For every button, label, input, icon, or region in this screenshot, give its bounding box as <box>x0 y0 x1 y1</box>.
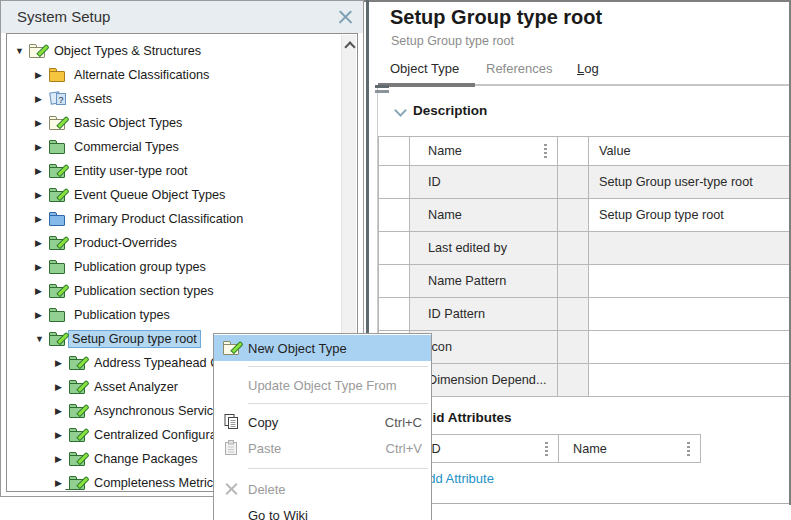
assets-icon <box>49 92 66 106</box>
delete-icon <box>225 483 238 496</box>
property-type-cell <box>558 232 589 265</box>
column-header-type[interactable] <box>558 137 589 166</box>
chevron-right-icon[interactable]: ▶ <box>34 118 49 128</box>
tree-item-label: Address Typeahead C <box>91 355 222 371</box>
tree-item[interactable]: ▶ Assets <box>8 87 341 111</box>
menu-item-paste[interactable]: Paste Ctrl+V <box>214 435 431 461</box>
property-value[interactable]: Setup Group type root <box>589 199 791 232</box>
folder-blue-icon <box>49 212 66 226</box>
menu-separator <box>248 366 428 367</box>
property-type-cell <box>558 199 589 232</box>
column-menu-handle[interactable] <box>687 442 690 457</box>
property-type-cell <box>558 364 589 397</box>
menu-item-new-object-type[interactable]: New Object Type <box>214 335 431 361</box>
row-handle-cell[interactable] <box>379 166 410 199</box>
column-header-name[interactable]: Name <box>410 137 558 166</box>
copy-icon <box>224 414 239 430</box>
chevron-right-icon[interactable]: ▶ <box>34 142 49 152</box>
column-menu-handle[interactable] <box>545 442 548 457</box>
tree-item[interactable]: ▼ Object Types & Structures <box>8 39 341 63</box>
folder-edit-white-icon <box>49 116 66 130</box>
row-handle-cell[interactable] <box>379 199 410 232</box>
property-type-cell <box>558 265 589 298</box>
menu-separator <box>248 403 428 404</box>
chevron-right-icon[interactable]: ▶ <box>54 406 69 416</box>
tree-item[interactable]: ▶ Publication types <box>8 303 341 327</box>
property-name: Name <box>410 199 558 232</box>
tab-object-type[interactable]: Object Type <box>390 61 459 76</box>
row-handle-cell[interactable] <box>379 232 410 265</box>
chevron-right-icon[interactable]: ▶ <box>34 190 49 200</box>
menu-item-go-to-wiki[interactable]: Go to Wiki <box>214 502 431 520</box>
menu-separator <box>248 468 428 469</box>
table-row: ID Setup Group user-type root <box>379 166 791 199</box>
chevron-right-icon[interactable]: ▶ <box>34 286 49 296</box>
folder-edit-green-icon <box>69 356 86 370</box>
tree-item-label: Alternate Classifications <box>71 67 212 83</box>
menu-item-copy[interactable]: Copy Ctrl+C <box>214 409 431 435</box>
tree-item[interactable]: ▶ Event Queue Object Types <box>8 183 341 207</box>
chevron-right-icon[interactable]: ▶ <box>54 358 69 368</box>
chevron-right-icon[interactable]: ▶ <box>54 478 69 488</box>
property-value[interactable] <box>589 298 791 331</box>
new-object-type-icon <box>223 341 240 355</box>
tree-item-label: Product-Overrides <box>71 235 180 251</box>
scroll-up-icon[interactable] <box>344 41 355 52</box>
collapse-chevron-icon[interactable] <box>394 104 407 117</box>
tree-item-label: Object Types & Structures <box>51 43 204 59</box>
splitter-handle-icon[interactable] <box>375 85 389 93</box>
chevron-right-icon[interactable]: ▶ <box>54 454 69 464</box>
folder-green-icon <box>49 140 66 154</box>
folder-edit-white-icon <box>29 44 46 58</box>
column-header-name[interactable]: Name <box>559 435 701 463</box>
column-header-value[interactable]: Value <box>589 137 791 166</box>
property-name: ID <box>410 166 558 199</box>
chevron-down-icon[interactable]: ▼ <box>14 46 29 56</box>
tree-item-label: Basic Object Types <box>71 115 185 131</box>
chevron-right-icon[interactable]: ▶ <box>54 430 69 440</box>
tab-log[interactable]: Log <box>577 61 599 76</box>
paste-icon <box>224 440 238 456</box>
property-name: Name Pattern <box>410 265 558 298</box>
chevron-right-icon[interactable]: ▶ <box>34 262 49 272</box>
tree-item[interactable]: ▶ Product-Overrides <box>8 231 341 255</box>
tree-item[interactable]: ▶ Publication section types <box>8 279 341 303</box>
chevron-right-icon[interactable]: ▶ <box>54 382 69 392</box>
tree-item-label: Commercial Types <box>71 139 182 155</box>
menu-item-update-object-type-from[interactable]: Update Object Type From <box>214 372 431 398</box>
property-value[interactable] <box>589 331 791 364</box>
tree-item-label: Asset Analyzer <box>91 379 181 395</box>
close-icon[interactable] <box>338 10 353 25</box>
chevron-right-icon[interactable]: ▶ <box>34 214 49 224</box>
tree-item[interactable]: ▶ Commercial Types <box>8 135 341 159</box>
table-row: ID Pattern <box>379 298 791 331</box>
folder-edit-green-icon <box>69 476 86 490</box>
chevron-right-icon[interactable]: ▶ <box>34 166 49 176</box>
column-menu-handle[interactable] <box>544 144 547 159</box>
folder-edit-green-icon <box>69 452 86 466</box>
tree-item-label: Asynchronous Servic <box>91 403 216 419</box>
tree-item[interactable]: ▶ Primary Product Classification <box>8 207 341 231</box>
tab-references[interactable]: References <box>486 61 552 76</box>
folder-edit-green-icon <box>49 164 66 178</box>
chevron-right-icon[interactable]: ▶ <box>34 310 49 320</box>
tree-item[interactable]: ▶ Alternate Classifications <box>8 63 341 87</box>
table-row: Name Setup Group type root <box>379 199 791 232</box>
folder-edit-green-icon <box>49 332 66 346</box>
chevron-right-icon[interactable]: ▶ <box>34 70 49 80</box>
tree-item[interactable]: ▶ Publication group types <box>8 255 341 279</box>
chevron-right-icon[interactable]: ▶ <box>34 238 49 248</box>
menu-item-delete[interactable]: Delete <box>214 476 431 502</box>
folder-edit-green-icon <box>49 188 66 202</box>
row-handle-cell[interactable] <box>379 265 410 298</box>
property-type-cell <box>558 298 589 331</box>
chevron-down-icon[interactable]: ▼ <box>34 334 49 344</box>
tree-item[interactable]: ▶ Basic Object Types <box>8 111 341 135</box>
chevron-right-icon[interactable]: ▶ <box>34 94 49 104</box>
property-value[interactable] <box>589 364 791 397</box>
context-menu: New Object Type Update Object Type From … <box>213 333 432 520</box>
tree-item[interactable]: ▶ Entity user-type root <box>8 159 341 183</box>
table-row: Icon <box>379 331 791 364</box>
row-handle-cell[interactable] <box>379 298 410 331</box>
property-value[interactable] <box>589 265 791 298</box>
